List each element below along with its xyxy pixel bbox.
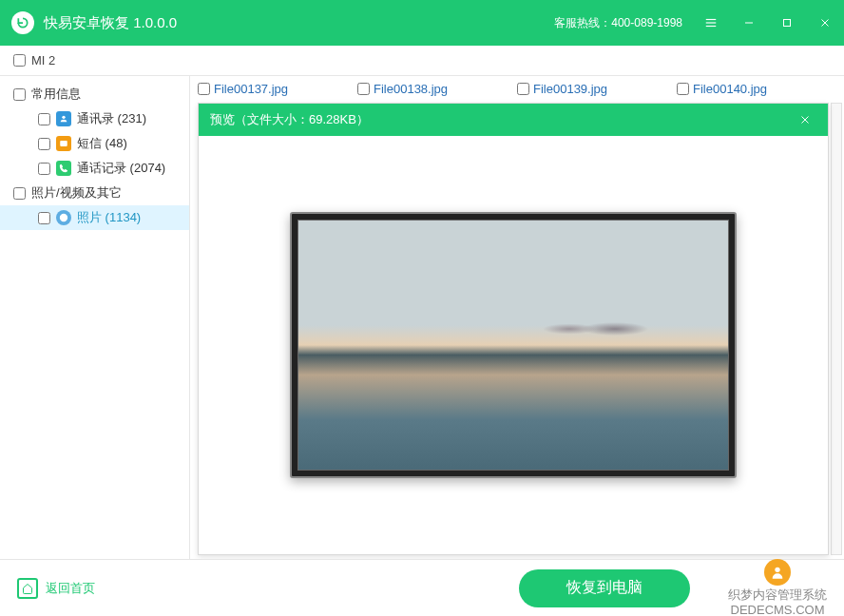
sidebar-item-label: 通讯录 (231) (77, 110, 146, 127)
minimize-icon (743, 17, 755, 29)
file-checkbox[interactable] (677, 83, 689, 95)
close-button[interactable] (806, 0, 844, 46)
sidebar-item-label: 通话记录 (2074) (77, 160, 165, 177)
file-name: File00140.jpg (693, 82, 767, 96)
device-bar: MI 2 (0, 46, 844, 76)
item-checkbox[interactable] (38, 113, 50, 125)
maximize-icon (781, 17, 793, 29)
device-name: MI 2 (31, 53, 55, 67)
preview-title: 预览（文件大小：69.28KB） (210, 111, 369, 128)
preview-image-frame (290, 212, 737, 478)
file-cell[interactable]: File00139.jpg (517, 82, 677, 96)
svg-rect-8 (60, 141, 67, 146)
preview-modal: 预览（文件大小：69.28KB） (198, 103, 829, 555)
brand-line2: DEDECMS.COM (731, 603, 825, 617)
svg-point-12 (775, 568, 779, 572)
file-cell[interactable]: File00138.jpg (357, 82, 517, 96)
app-title: 快易安卓恢复 1.0.0.0 (44, 14, 177, 32)
calls-icon (56, 161, 71, 176)
sidebar-item-calls[interactable]: 通话记录 (2074) (0, 156, 189, 181)
home-icon (17, 578, 38, 599)
main-panel: File00137.jpg File00138.jpg File00139.jp… (190, 76, 844, 559)
file-checkbox[interactable] (357, 83, 370, 95)
minimize-button[interactable] (730, 0, 768, 46)
brand-avatar-icon (764, 559, 791, 586)
sidebar: 常用信息 通讯录 (231) 短信 (48) (0, 76, 190, 559)
sidebar-item-label: 短信 (48) (77, 135, 127, 152)
sidebar-item-photos[interactable]: 照片 (1134) (0, 205, 189, 230)
hotline-label: 客服热线：400-089-1998 (554, 15, 682, 31)
titlebar: 快易安卓恢复 1.0.0.0 客服热线：400-089-1998 (0, 0, 844, 46)
brand-line1: 织梦内容管理系统 (728, 587, 827, 603)
preview-close-button[interactable] (794, 108, 816, 131)
brand-badge: 织梦内容管理系统 DEDECMS.COM (728, 559, 827, 616)
item-checkbox[interactable] (38, 138, 50, 150)
preview-image (298, 221, 728, 470)
file-name: File00138.jpg (374, 82, 448, 96)
menu-icon (704, 16, 718, 29)
group-checkbox[interactable] (13, 88, 26, 101)
file-checkbox[interactable] (517, 83, 529, 95)
menu-button[interactable] (692, 0, 730, 46)
file-header-row: File00137.jpg File00138.jpg File00139.jp… (190, 76, 844, 102)
footer: 返回首页 恢复到电脑 织梦内容管理系统 DEDECMS.COM (0, 559, 844, 616)
recover-button[interactable]: 恢复到电脑 (519, 569, 690, 607)
sidebar-item-label: 照片 (1134) (77, 209, 141, 226)
app-logo (11, 11, 34, 34)
maximize-button[interactable] (768, 0, 806, 46)
scrollbar[interactable] (831, 103, 842, 555)
close-icon (799, 114, 811, 125)
svg-point-9 (60, 214, 67, 221)
sidebar-item-sms[interactable]: 短信 (48) (0, 131, 189, 156)
file-cell[interactable]: File00137.jpg (198, 82, 357, 96)
back-home-label: 返回首页 (46, 580, 95, 597)
close-icon (819, 17, 831, 29)
file-name: File00139.jpg (533, 82, 607, 96)
sidebar-group-label: 照片/视频及其它 (31, 184, 122, 202)
preview-body (199, 136, 828, 554)
svg-point-7 (62, 116, 65, 119)
sms-icon (56, 136, 71, 151)
contacts-icon (56, 111, 71, 126)
device-checkbox[interactable] (13, 54, 26, 67)
svg-rect-4 (784, 20, 791, 27)
group-checkbox[interactable] (13, 187, 26, 200)
sidebar-group-label: 常用信息 (31, 86, 81, 103)
file-checkbox[interactable] (198, 83, 210, 95)
sidebar-item-contacts[interactable]: 通讯录 (231) (0, 106, 189, 131)
back-home-button[interactable]: 返回首页 (17, 578, 95, 599)
sidebar-group-media[interactable]: 照片/视频及其它 (0, 181, 189, 205)
photos-icon (56, 210, 71, 225)
file-name: File00137.jpg (214, 82, 288, 96)
item-checkbox[interactable] (38, 212, 50, 224)
file-cell[interactable]: File00140.jpg (677, 82, 836, 96)
item-checkbox[interactable] (38, 163, 50, 175)
preview-header: 预览（文件大小：69.28KB） (199, 104, 828, 136)
sidebar-group-common[interactable]: 常用信息 (0, 82, 189, 106)
